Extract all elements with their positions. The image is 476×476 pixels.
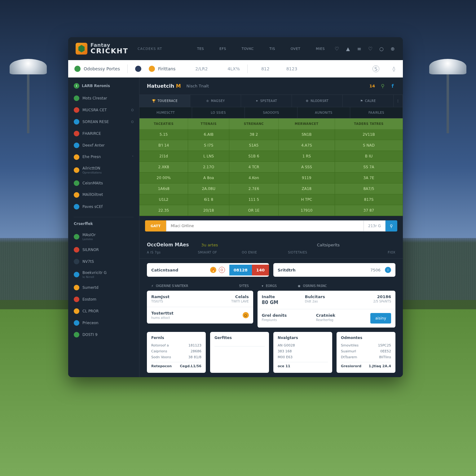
heart-icon[interactable]: ♡ xyxy=(334,46,340,51)
main-title: Hatuetcih M xyxy=(147,83,181,89)
score-chip-red: 140 xyxy=(252,265,269,275)
dot-icon xyxy=(74,131,79,136)
logo[interactable]: Fantay CRICKHT xyxy=(76,43,128,55)
action-button[interactable]: aisiny xyxy=(370,313,391,324)
header: Fantay CRICKHT CACDEKS RT TES EFS TOVKC … xyxy=(68,37,403,60)
info-icon[interactable]: i xyxy=(385,267,391,273)
tab[interactable]: 🏆TOUEERACE xyxy=(139,95,190,107)
tab[interactable]: ♔MAGSEY xyxy=(190,95,241,107)
search-button[interactable]: GATT xyxy=(145,220,166,231)
sidebar-item[interactable]: Deexf Anter xyxy=(68,139,139,151)
search-input[interactable] xyxy=(166,220,364,231)
coin-icon: ○ xyxy=(243,312,249,318)
sidebar-item[interactable]: Eostom xyxy=(68,293,139,305)
sidebar-item[interactable]: Ehe Presn˅ xyxy=(68,151,139,163)
stat-value: 2/LR2 xyxy=(195,66,208,71)
dot-icon xyxy=(74,95,79,101)
header-subtitle: CACDEKS RT xyxy=(138,47,162,51)
nav-item[interactable]: TIS xyxy=(269,47,275,51)
user-icon[interactable]: ⚲ xyxy=(380,83,386,89)
table-row: 2.XK82.17O4 TCRA SSSSS 7A xyxy=(139,162,403,173)
coin-icon xyxy=(149,66,155,72)
sidebar-item[interactable]: DOSTI 9 xyxy=(68,329,139,341)
table-row: 2)1dL LNSS1B 61 RSB IU xyxy=(139,151,403,162)
sidebar-item[interactable]: Boekvricitr Gle Nirrell xyxy=(68,267,139,282)
main-content: Hatuetcih M Nisch Tnalt 14 ⚲ f 🏆TOUEERAC… xyxy=(139,77,403,377)
sidebar-item[interactable]: MUCSRA CETO xyxy=(68,104,139,116)
table-row: 5.156.AIB38 2SN1B2V11B xyxy=(139,129,403,140)
nav-item[interactable]: TES xyxy=(197,47,204,51)
sub-tab[interactable]: LO SSIES xyxy=(192,107,245,118)
sidebar-item[interactable]: SOREAN RESEO xyxy=(68,116,139,128)
dot-icon xyxy=(74,107,79,113)
sidebar-item[interactable]: FHARIRCE xyxy=(68,128,139,139)
sidebar-item[interactable]: AilricttONOprersttatens xyxy=(68,163,139,177)
table-row: B'I 14S I7SS1A54.A7SS NAD xyxy=(139,140,403,151)
sidebar-item[interactable]: NV7tS xyxy=(68,256,139,267)
pin-icon[interactable]: ◊ xyxy=(391,66,397,72)
sidebar-item[interactable]: CeisnMAIts xyxy=(68,177,139,189)
dot-icon xyxy=(74,119,79,125)
match-card-left[interactable]: Caticntsand🔥O 08128 140 xyxy=(147,263,269,277)
stat-card: Gerfttes xyxy=(210,332,269,373)
sidebar-group-title: iLARB Reronis xyxy=(68,83,139,92)
list-icon[interactable]: ≡ xyxy=(356,46,362,51)
sidebar-item[interactable]: Paves sCEf xyxy=(68,201,139,213)
card-value: 7506 xyxy=(366,268,385,272)
search-icon: ⚲ xyxy=(390,224,393,228)
leaf-icon xyxy=(74,66,81,72)
tab[interactable]: ⚑CALRE xyxy=(343,95,394,107)
nav-item[interactable]: MIES xyxy=(316,47,325,51)
sidebar-item[interactable]: Sumertd xyxy=(68,282,139,293)
dot-icon xyxy=(74,143,79,148)
sidebar-item[interactable]: Mots Clrestar xyxy=(68,92,139,104)
match-card-right[interactable]: Sritdtrh 7506 i xyxy=(273,263,395,277)
table-header[interactable]: TADERS TATRES xyxy=(335,118,403,129)
table-header[interactable]: MERWANCET xyxy=(278,118,335,129)
table-header[interactable]: TACEATIES xyxy=(139,118,188,129)
flag-icon: ⚑ xyxy=(360,99,363,103)
tab[interactable]: ✦SPSTEAAT xyxy=(241,95,292,107)
sub-tab[interactable]: AUNONITS xyxy=(298,107,350,118)
nav-item[interactable]: OVET xyxy=(291,47,301,51)
section-meta: A IS 7gs SMIAIRT OF OO ENIIE SIDTETAIES … xyxy=(139,249,403,259)
tab-more[interactable]: ⋮ xyxy=(394,95,403,107)
stat-value: 4LX% xyxy=(227,66,240,71)
nav-item[interactable]: TOVKC xyxy=(242,47,254,51)
data-table: TACEATIESTTENAISSTRENANCMERWANCETTADERS … xyxy=(139,118,403,216)
main-tabs: 🏆TOUEERACE ♔MAGSEY ✦SPSTEAAT ⚙NLODRSRT ⚑… xyxy=(139,95,403,107)
dot-icon xyxy=(74,297,79,302)
dot-icon xyxy=(74,285,79,290)
like-icon[interactable]: ♡ xyxy=(368,46,373,51)
table-row: 1A6s82A.08U2.7£6ZA188A7/5 xyxy=(139,183,403,194)
logo-text-bottom: CRICKHT xyxy=(90,48,128,55)
globe-icon[interactable]: ⊕ xyxy=(390,46,395,51)
sidebar-item[interactable]: SILRNOR xyxy=(68,244,139,256)
stats-label: Firittans xyxy=(158,66,175,71)
search-go-button[interactable]: ⚲ xyxy=(386,220,397,231)
sidebar-item[interactable]: CL PROR xyxy=(68,305,139,317)
dot-icon xyxy=(74,180,79,186)
dot-icon xyxy=(74,308,79,314)
sidebar-item[interactable]: Prieceon xyxy=(68,317,139,329)
user-icon[interactable]: ▲ xyxy=(345,46,351,51)
sidebar-item[interactable]: MAillOiltret xyxy=(68,189,139,201)
shield-icon[interactable]: S xyxy=(372,65,379,72)
top-nav: TES EFS TOVKC TIS OVET MIES xyxy=(197,47,325,51)
sidebar-group-title: Crserffek xyxy=(68,222,139,230)
sub-tab[interactable]: HUMESCTT xyxy=(139,107,192,118)
facebook-icon[interactable]: f xyxy=(390,83,395,89)
sidebar-item[interactable]: MAsIOrLemmn xyxy=(68,230,139,244)
section-sub: 3u artes xyxy=(201,243,218,247)
down-icon: ▾ xyxy=(262,284,263,288)
sub-tab[interactable]: SAOOOYS xyxy=(245,107,298,118)
table-header[interactable]: TTENAIS xyxy=(188,118,229,129)
chat-icon[interactable]: ○ xyxy=(379,46,384,51)
dot-icon xyxy=(74,167,79,173)
stats-label: Odobessy Portes xyxy=(84,66,120,71)
nav-item[interactable]: EFS xyxy=(219,47,226,51)
tab[interactable]: ⚙NLODRSRT xyxy=(292,95,343,107)
table-row: 22.3520/18OR 1E1791037 87 xyxy=(139,205,403,216)
sub-tab[interactable]: FAAIRLES xyxy=(350,107,403,118)
table-header[interactable]: STRENANC xyxy=(229,118,278,129)
